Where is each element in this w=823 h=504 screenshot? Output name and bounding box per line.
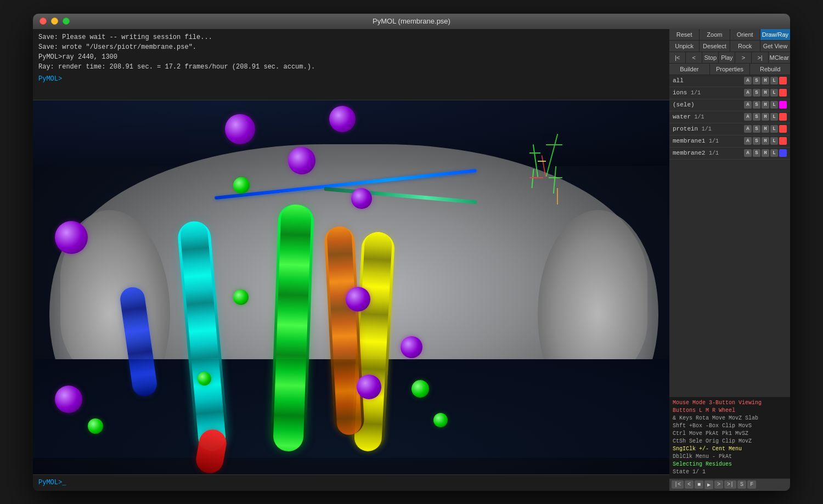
info-shift: Shft +Box -Box Clip MovS xyxy=(673,422,787,430)
next-end-button[interactable]: >| xyxy=(752,52,768,63)
console-line-1: Save: Please wait -- writing session fil… xyxy=(38,32,664,42)
ctrl-rewind-btn[interactable]: |< xyxy=(672,480,684,489)
console-line-2: Save: wrote "/Users/piotr/membrane.pse". xyxy=(38,42,664,52)
obj-btn-h-all[interactable]: H xyxy=(762,77,769,84)
play-button[interactable]: Play xyxy=(719,52,735,63)
info-state: State 1/ 1 xyxy=(673,468,787,476)
info-area: Mouse Mode 3-Button Viewing Buttons L M … xyxy=(669,397,790,478)
object-item-membrane2[interactable]: membrane2 1/1 A S H L xyxy=(669,148,790,160)
properties-button[interactable]: Properties xyxy=(710,64,751,75)
viewport[interactable] xyxy=(33,100,669,474)
console-area: Save: Please wait -- writing session fil… xyxy=(33,29,669,100)
object-item-protein[interactable]: protein 1/1 A S H L xyxy=(669,123,790,135)
ctrl-play-btn[interactable]: ▶ xyxy=(704,480,713,489)
deselect-button[interactable]: Deselect xyxy=(700,41,730,52)
obj-btn-a-membrane1[interactable]: A xyxy=(744,137,752,145)
obj-btn-a-protein[interactable]: A xyxy=(744,125,752,133)
rewind-button[interactable]: |< xyxy=(669,52,686,63)
close-button[interactable] xyxy=(40,18,47,25)
obj-btn-l-ions[interactable]: L xyxy=(770,89,778,97)
ion-sphere-1 xyxy=(225,114,255,144)
rebuild-button[interactable]: Rebuild xyxy=(750,64,790,75)
obj-color-water[interactable] xyxy=(779,113,787,121)
get-view-button[interactable]: Get View xyxy=(760,41,790,52)
toolbar-row-2: Unpick Deselect Rock Get View xyxy=(669,41,790,52)
obj-btn-a-water[interactable]: A xyxy=(744,113,752,121)
toolbar-row-4: Builder Properties Rebuild xyxy=(669,64,790,75)
ion-green-6 xyxy=(433,413,448,427)
bottom-console[interactable]: PyMOL>_ xyxy=(33,474,669,491)
obj-btn-l-water[interactable]: L xyxy=(770,113,778,121)
info-mode: Mouse Mode 3-Button Viewing xyxy=(673,399,787,407)
info-ctrl: Ctrl Move PkAt Pk1 MvSZ xyxy=(673,430,787,438)
object-name-membrane2: membrane2 1/1 xyxy=(673,150,744,156)
info-dblclk: DblClk Menu - PkAt xyxy=(673,453,787,461)
obj-btn-h-membrane2[interactable]: H xyxy=(762,149,769,157)
obj-color-sele[interactable] xyxy=(779,101,787,109)
mclear-button[interactable]: MClear xyxy=(769,52,790,63)
ion-sphere-4 xyxy=(288,147,315,174)
obj-btn-l-membrane2[interactable]: L xyxy=(770,149,778,157)
info-selecting: Selecting Residues xyxy=(673,461,787,468)
obj-btn-l-all[interactable]: L xyxy=(770,77,778,84)
builder-button[interactable]: Builder xyxy=(669,64,710,75)
ctrl-s-btn[interactable]: S xyxy=(737,480,746,489)
obj-btn-s-membrane2[interactable]: S xyxy=(753,149,760,157)
orient-button[interactable]: Orient xyxy=(730,29,760,40)
obj-btn-l-sele[interactable]: L xyxy=(770,101,778,109)
obj-btn-s-protein[interactable]: S xyxy=(753,125,760,133)
reset-button[interactable]: Reset xyxy=(669,29,700,40)
obj-btn-s-sele[interactable]: S xyxy=(753,101,760,109)
obj-btn-s-all[interactable]: S xyxy=(753,77,760,84)
object-item-sele[interactable]: (sele) A S H L xyxy=(669,99,790,111)
main-content: Save: Please wait -- writing session fil… xyxy=(33,29,790,491)
obj-color-ions[interactable] xyxy=(779,89,787,97)
obj-btn-h-ions[interactable]: H xyxy=(762,89,769,97)
obj-btn-s-water[interactable]: S xyxy=(753,113,760,121)
stop-button[interactable]: Stop xyxy=(702,52,719,63)
object-controls-sele: A S H L xyxy=(744,101,787,109)
obj-btn-a-membrane2[interactable]: A xyxy=(744,149,752,157)
info-keys: & Keys Rota Move MovZ Slab xyxy=(673,415,787,422)
object-item-all[interactable]: all A S H L xyxy=(669,75,790,87)
right-panel: Reset Zoom Orient Draw/Ray Unpick Desele… xyxy=(669,29,790,491)
ctrl-next-end-btn[interactable]: >| xyxy=(724,480,736,489)
obj-color-all[interactable] xyxy=(779,77,787,84)
obj-color-membrane2[interactable] xyxy=(779,149,787,157)
pymol-prompt[interactable]: PyMOL> xyxy=(38,74,664,84)
object-item-water[interactable]: water 1/1 A S H L xyxy=(669,111,790,123)
next-button[interactable]: > xyxy=(735,52,752,63)
obj-btn-a-ions[interactable]: A xyxy=(744,89,752,97)
obj-btn-h-water[interactable]: H xyxy=(762,113,769,121)
obj-btn-h-membrane1[interactable]: H xyxy=(762,137,769,145)
obj-btn-l-membrane1[interactable]: L xyxy=(770,137,778,145)
ctrl-prev-btn[interactable]: < xyxy=(685,480,694,489)
obj-btn-s-membrane1[interactable]: S xyxy=(753,137,760,145)
ctrl-stop-btn[interactable]: ■ xyxy=(695,480,703,489)
object-item-membrane1[interactable]: membrane1 1/1 A S H L xyxy=(669,135,790,148)
zoom-button[interactable]: Zoom xyxy=(700,29,730,40)
obj-btn-s-ions[interactable]: S xyxy=(753,89,760,97)
ctrl-f-btn[interactable]: F xyxy=(747,480,756,489)
unpick-button[interactable]: Unpick xyxy=(669,41,700,52)
object-controls-membrane2: A S H L xyxy=(744,149,787,157)
pymol-window: PyMOL (membrane.pse) Save: Please wait -… xyxy=(33,14,790,491)
obj-color-protein[interactable] xyxy=(779,125,787,133)
prev-button[interactable]: < xyxy=(686,52,702,63)
obj-btn-a-all[interactable]: A xyxy=(744,77,752,84)
window-controls xyxy=(40,18,70,25)
ctrl-next-btn[interactable]: > xyxy=(714,480,723,489)
helix-orange xyxy=(324,225,365,435)
object-item-ions[interactable]: ions 1/1 A S H L xyxy=(669,87,790,99)
ion-green-5 xyxy=(88,418,103,434)
maximize-button[interactable] xyxy=(63,18,70,25)
obj-color-membrane1[interactable] xyxy=(779,137,787,145)
minimize-button[interactable] xyxy=(51,18,58,25)
obj-btn-h-sele[interactable]: H xyxy=(762,101,769,109)
obj-btn-a-sele[interactable]: A xyxy=(744,101,752,109)
obj-btn-l-protein[interactable]: L xyxy=(770,125,778,133)
obj-btn-h-protein[interactable]: H xyxy=(762,125,769,133)
ion-sphere-3 xyxy=(55,221,88,254)
rock-button[interactable]: Rock xyxy=(730,41,760,52)
draw-ray-button[interactable]: Draw/Ray xyxy=(760,29,790,40)
